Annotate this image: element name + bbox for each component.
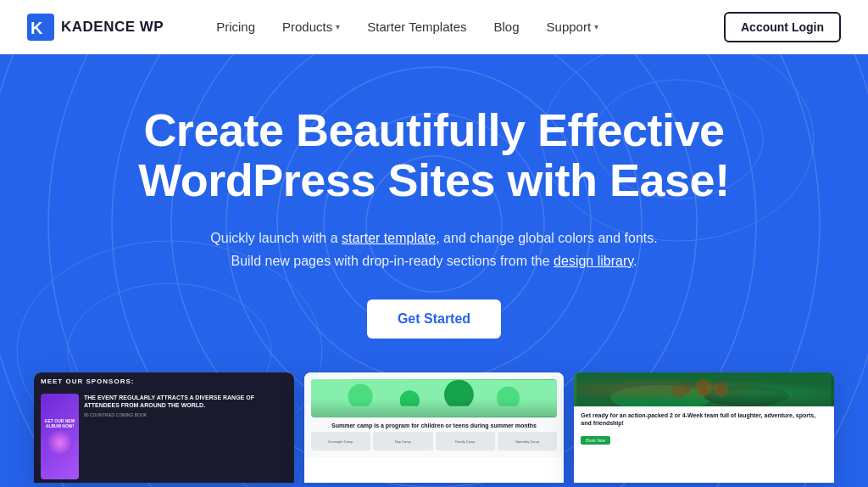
svg-rect-19 xyxy=(311,406,558,417)
svg-point-21 xyxy=(611,385,713,406)
get-started-button[interactable]: Get Started xyxy=(367,299,501,339)
svg-point-26 xyxy=(684,386,691,393)
svg-point-23 xyxy=(696,379,713,396)
preview-card-2: Summer camp is a program for children or… xyxy=(304,372,565,483)
subtitle-text-3: Build new pages with drop-in-ready secti… xyxy=(231,254,554,268)
svg-point-22 xyxy=(704,386,789,406)
svg-point-27 xyxy=(701,388,708,395)
camp-illustration xyxy=(311,379,558,417)
logo-icon: K xyxy=(27,14,54,41)
card2-item-2: Day Camp xyxy=(373,432,432,451)
svg-rect-14 xyxy=(311,380,558,417)
svg-point-17 xyxy=(444,380,474,410)
nav-starter-templates[interactable]: Starter Templates xyxy=(355,13,478,41)
card2-title: Summer camp is a program for children or… xyxy=(311,423,558,428)
card3-body: Get ready for an action-packed 2 or 4-We… xyxy=(574,406,834,483)
nav-support[interactable]: Support ▾ xyxy=(535,13,611,41)
hero-content: Create Beautifully Effective WordPress S… xyxy=(129,105,739,372)
card1-headline: THE EVENT REGULARLY ATTRACTS A DIVERSE R… xyxy=(84,394,287,409)
card2-item-4: Specialty Camp xyxy=(498,432,557,451)
card2-content: Summer camp is a program for children or… xyxy=(304,372,565,457)
nav-links: Pricing Products ▾ Starter Templates Blo… xyxy=(204,13,724,41)
nav-cta: Account Login xyxy=(724,12,841,42)
card2-item-1: Overnight Camp xyxy=(311,432,370,451)
hero-subtitle: Quickly launch with a starter template, … xyxy=(129,227,739,272)
card1-header: MEET OUR SPONSORS: xyxy=(34,372,294,390)
card3-image xyxy=(574,372,834,406)
subtitle-text-2: , and change global colors and fonts. xyxy=(436,231,658,245)
design-library-link[interactable]: design library xyxy=(554,254,633,268)
card1-badge-text: GET OUR NEW ALBUM NOW! xyxy=(44,418,75,428)
products-chevron-icon: ▾ xyxy=(336,22,340,31)
svg-point-18 xyxy=(497,387,520,410)
svg-point-16 xyxy=(399,390,419,410)
starter-template-link[interactable]: starter template xyxy=(342,231,436,245)
nav-pricing[interactable]: Pricing xyxy=(204,13,267,41)
subtitle-text-1: Quickly launch with a xyxy=(210,231,342,245)
card1-album-badge: GET OUR NEW ALBUM NOW! xyxy=(41,394,79,479)
card1-body: GET OUR NEW ALBUM NOW! THE EVENT REGULAR… xyxy=(34,390,294,483)
nav-products[interactable]: Products ▾ xyxy=(270,13,352,41)
svg-rect-20 xyxy=(577,372,832,406)
card2-grid: Overnight Camp Day Camp Family Camp Spec… xyxy=(311,432,558,451)
preview-row: MEET OUR SPONSORS: GET OUR NEW ALBUM NOW… xyxy=(34,372,834,483)
card1-subtext: 80 COUNTRIES COMING BOOK xyxy=(84,412,287,418)
svg-point-24 xyxy=(672,384,686,398)
card2-hero-image xyxy=(311,379,558,417)
logo-link[interactable]: K KADENCE WP xyxy=(27,14,164,41)
support-chevron-icon: ▾ xyxy=(594,22,598,31)
card3-heading: Get ready for an action-packed 2 or 4-We… xyxy=(581,411,827,427)
card2-item-3: Family Camp xyxy=(436,432,495,451)
outdoor-illustration xyxy=(574,372,834,406)
card1-text: THE EVENT REGULARLY ATTRACTS A DIVERSE R… xyxy=(84,394,287,479)
preview-card-3: Get ready for an action-packed 2 or 4-We… xyxy=(574,372,834,483)
svg-point-15 xyxy=(348,384,372,409)
logo-text: KADENCE WP xyxy=(61,19,164,36)
card3-cta: Book Now xyxy=(581,436,610,445)
hero-title: Create Beautifully Effective WordPress S… xyxy=(129,105,739,206)
preview-card-1: MEET OUR SPONSORS: GET OUR NEW ALBUM NOW… xyxy=(34,372,294,483)
nav-blog[interactable]: Blog xyxy=(482,13,531,41)
subtitle-text-4: . xyxy=(633,254,637,268)
svg-text:K: K xyxy=(31,19,43,37)
navbar: K KADENCE WP Pricing Products ▾ Starter … xyxy=(0,0,868,54)
svg-point-28 xyxy=(718,387,725,394)
svg-point-25 xyxy=(714,382,729,397)
hero-section: Create Beautifully Effective WordPress S… xyxy=(0,54,868,487)
account-login-button[interactable]: Account Login xyxy=(724,12,841,42)
